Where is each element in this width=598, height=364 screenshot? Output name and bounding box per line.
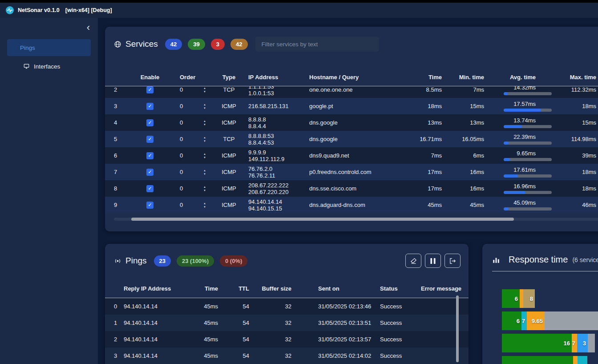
check-icon: ✓ xyxy=(148,137,152,142)
spinner-up-down-icon[interactable]: ▲▼ xyxy=(203,87,206,93)
bar-segment: 7 xyxy=(521,311,527,330)
col-avg-time[interactable]: Avg. time xyxy=(485,74,552,81)
reply-ip-cell: 94.140.14.14 xyxy=(124,352,182,359)
table-row[interactable]: 3 ✓ 0▲▼ ICMP 216.58.215.131 google.pt 18… xyxy=(105,98,598,114)
enable-checkbox[interactable]: ✓ xyxy=(146,152,154,159)
enable-checkbox[interactable]: ✓ xyxy=(146,86,154,93)
col-time[interactable]: Time xyxy=(409,74,443,81)
table-row[interactable]: 0 94.140.14.14 45ms 54 32 31/05/2025 02:… xyxy=(105,298,469,315)
bar-segment: 3 xyxy=(577,334,588,352)
sidebar-collapse-button[interactable]: ‹ xyxy=(87,23,90,32)
spinner-up-down-icon[interactable]: ▲▼ xyxy=(203,169,206,175)
max-time-cell: 18ms xyxy=(552,185,596,192)
order-value: 0 xyxy=(180,136,183,142)
col-max-time[interactable]: Max. time xyxy=(552,74,596,81)
avg-progress-fill xyxy=(504,109,541,112)
col-reply-ip[interactable]: Reply IP Address xyxy=(124,285,182,292)
table-row[interactable]: 2 ✓ 0▲▼ TCP 1.1.1.1:531.0.0.1:53 one.one… xyxy=(105,86,598,98)
globe-icon xyxy=(114,40,121,48)
services-panel: Services 42 39 3 42 Enable Order Type IP… xyxy=(105,27,598,231)
bar-segment: 7 xyxy=(572,334,577,352)
col-type[interactable]: Type xyxy=(212,74,246,81)
spinner-up-down-icon[interactable]: ▲▼ xyxy=(203,103,206,109)
col-enable[interactable]: Enable xyxy=(130,74,170,81)
pause-button[interactable] xyxy=(425,254,441,268)
type-cell: ICMP xyxy=(212,103,246,109)
horizontal-scrollbar[interactable] xyxy=(131,218,514,221)
time-cell: 18ms xyxy=(409,103,443,109)
vertical-scrollbar[interactable] xyxy=(456,295,459,362)
ip-cell: 9.9.9.9149.112.112.9 xyxy=(246,149,308,162)
table-row[interactable]: 5 ✓ 0▲▼ TCP 8.8.8.8:538.8.4.4:53 dns.goo… xyxy=(105,131,598,147)
enable-checkbox[interactable]: ✓ xyxy=(146,136,154,143)
hostname-cell: dns.sse.cisco.com xyxy=(308,185,409,192)
order-cell: 0▲▼ xyxy=(170,169,212,175)
row-index: 7 xyxy=(105,169,130,175)
ip-line: 208.67.220.220 xyxy=(248,189,308,195)
col-buffer-size[interactable]: Buffer size xyxy=(251,285,293,292)
avg-time-value: 17.57ms xyxy=(513,101,536,107)
ip-cell: 216.58.215.131 xyxy=(246,103,308,109)
avg-time-cell: 9.65ms xyxy=(485,150,552,161)
spinner-up-down-icon[interactable]: ▲▼ xyxy=(203,153,206,159)
type-cell: TCP xyxy=(212,136,246,142)
enable-checkbox[interactable]: ✓ xyxy=(146,119,154,126)
table-row[interactable]: 8 ✓ 0▲▼ ICMP 208.67.222.222208.67.220.22… xyxy=(105,180,598,197)
check-icon: ✓ xyxy=(148,186,152,191)
table-row[interactable]: 3 94.140.14.14 45ms 54 32 31/05/2025 02:… xyxy=(105,348,469,364)
status-cell: Success xyxy=(378,336,419,343)
col-status[interactable]: Status xyxy=(378,285,419,292)
row-index: 2 xyxy=(105,86,130,93)
order-value: 0 xyxy=(180,103,183,109)
col-error-message[interactable]: Error message xyxy=(419,285,468,292)
enable-cell: ✓ xyxy=(130,86,170,93)
reply-ip-cell: 94.140.14.14 xyxy=(124,303,182,310)
table-row[interactable]: 7 ✓ 0▲▼ ICMP 76.76.2.076.76.2.11 p0.free… xyxy=(105,164,598,180)
ip-line: 216.58.215.131 xyxy=(248,103,308,109)
col-ip-address[interactable]: IP Address xyxy=(246,74,308,81)
col-sent-on[interactable]: Sent on xyxy=(293,285,378,292)
row-index: 4 xyxy=(105,119,130,126)
clear-button[interactable] xyxy=(405,254,421,268)
export-button[interactable] xyxy=(444,254,461,268)
col-min-time[interactable]: Min. time xyxy=(443,74,485,81)
type-cell: ICMP xyxy=(212,152,246,159)
table-row[interactable]: 1 94.140.14.14 45ms 54 32 31/05/2025 02:… xyxy=(105,315,469,331)
table-row[interactable]: 9 ✓ 0▲▼ ICMP 94.140.14.1494.140.15.15 dn… xyxy=(105,197,598,213)
enable-cell: ✓ xyxy=(130,169,170,176)
spinner-up-down-icon[interactable]: ▲▼ xyxy=(203,120,206,126)
col-hostname[interactable]: Hostname / Query xyxy=(308,74,409,81)
table-row[interactable]: 2 94.140.14.14 45ms 54 32 31/05/2025 02:… xyxy=(105,331,469,348)
min-time-cell: 16ms xyxy=(443,169,485,175)
col-time[interactable]: Time xyxy=(182,285,219,292)
bar-segment xyxy=(545,311,598,330)
spinner-up-down-icon[interactable]: ▲▼ xyxy=(203,186,206,192)
ip-line: 76.76.2.11 xyxy=(248,172,308,179)
enable-checkbox[interactable]: ✓ xyxy=(146,169,154,176)
services-title: Services xyxy=(125,39,158,49)
sidebar-item-pings[interactable]: Pings xyxy=(7,39,91,56)
enable-checkbox[interactable]: ✓ xyxy=(146,103,154,110)
enable-checkbox[interactable]: ✓ xyxy=(146,185,154,192)
enable-checkbox[interactable]: ✓ xyxy=(146,202,154,209)
table-row[interactable]: 6 ✓ 0▲▼ ICMP 9.9.9.9149.112.112.9 dns9.q… xyxy=(105,147,598,164)
avg-progress-fill xyxy=(504,158,510,161)
check-icon: ✓ xyxy=(148,104,152,109)
col-ttl[interactable]: TTL xyxy=(219,285,251,292)
min-time-cell: 13ms xyxy=(443,119,485,126)
order-value: 0 xyxy=(180,119,183,126)
table-row[interactable]: 4 ✓ 0▲▼ ICMP 8.8.8.88.8.4.4 dns.google 1… xyxy=(105,114,598,131)
col-order[interactable]: Order xyxy=(170,74,212,81)
time-cell: 13ms xyxy=(409,119,443,126)
services-filter-input[interactable] xyxy=(255,36,379,52)
ip-line: 208.67.222.222 xyxy=(248,182,308,189)
hostname-cell: dns.adguard-dns.com xyxy=(308,202,409,208)
status-cell: Success xyxy=(378,352,419,359)
pings-fail-badge: 0 (0%) xyxy=(220,255,247,267)
sidebar-item-interfaces[interactable]: Interfaces xyxy=(7,58,91,75)
buffer-cell: 32 xyxy=(251,303,293,310)
spinner-up-down-icon[interactable]: ▲▼ xyxy=(203,202,206,208)
ttl-cell: 54 xyxy=(219,320,251,326)
app-logo-icon xyxy=(6,6,14,14)
spinner-up-down-icon[interactable]: ▲▼ xyxy=(203,136,206,142)
